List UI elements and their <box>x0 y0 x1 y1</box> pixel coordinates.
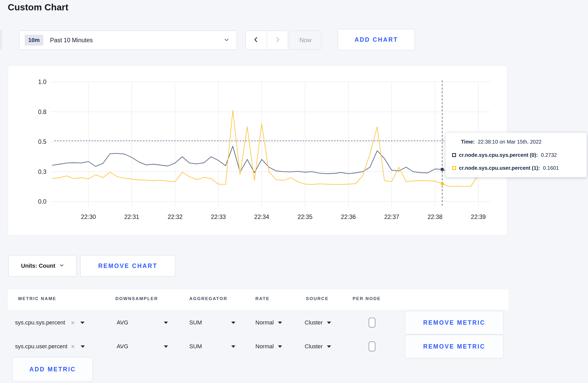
time-range-label: Past 10 Minutes <box>50 37 93 44</box>
dropdown-arrow-icon <box>278 322 282 324</box>
rate-select[interactable]: Normal <box>255 335 282 358</box>
dropdown-arrow-icon <box>278 345 282 348</box>
source-select[interactable]: Cluster <box>305 311 331 334</box>
chevron-down-icon <box>224 37 229 44</box>
hover-point <box>441 182 444 185</box>
metric-row: sys.cpu.sys.percent × AVG SUM Normal Clu… <box>8 311 508 334</box>
clear-metric-icon[interactable]: × <box>71 319 75 326</box>
dropdown-arrow-icon[interactable] <box>164 311 168 334</box>
col-downsampler: DOWNSAMPLER <box>115 296 158 301</box>
time-back-button[interactable] <box>246 31 267 49</box>
col-per-node: PER NODE <box>353 296 381 301</box>
add-chart-button[interactable]: ADD CHART <box>338 29 415 50</box>
units-dropdown[interactable]: Units: Count <box>9 255 76 276</box>
col-source: SOURCE <box>306 296 329 301</box>
tooltip-series-value: 0.2732 <box>541 152 557 158</box>
time-shift-buttons <box>246 31 288 50</box>
x-tick-label: 22:38 <box>428 214 443 220</box>
aggregator-select[interactable]: SUM <box>189 311 202 334</box>
metric-row: sys.cpu.user.percent × AVG SUM Normal Cl… <box>8 335 508 358</box>
rate-select[interactable]: Normal <box>255 311 282 334</box>
chevron-left-icon <box>253 36 259 44</box>
metrics-table-header: METRIC NAME DOWNSAMPLER AGGREGATOR RATE … <box>8 289 508 310</box>
units-label: Units: Count <box>21 263 55 269</box>
tooltip-time-label: Time: <box>461 139 475 145</box>
now-button[interactable]: Now <box>290 31 321 50</box>
x-tick-label: 22:32 <box>167 214 183 220</box>
clear-metric-icon[interactable]: × <box>71 343 75 350</box>
series-swatch-user-icon <box>452 166 456 170</box>
col-metric-name: METRIC NAME <box>18 296 56 301</box>
y-tick-label: 0.5 <box>38 138 46 145</box>
tooltip-series-label: cr.node.sys.cpu.user.percent (1): <box>459 165 540 171</box>
downsampler-select[interactable]: AVG <box>117 311 128 334</box>
x-tick-label: 22:37 <box>384 214 399 220</box>
x-tick-label: 22:36 <box>341 214 356 220</box>
y-tick-label: 0.0 <box>38 198 46 205</box>
chevron-right-icon <box>274 36 281 44</box>
metric-name-select[interactable]: sys.cpu.user.percent × <box>15 335 85 358</box>
per-node-checkbox[interactable] <box>369 311 375 334</box>
y-tick-label: 0.8 <box>38 109 46 115</box>
y-tick-label: 1.0 <box>38 79 46 85</box>
x-tick-label: 22:30 <box>81 214 96 220</box>
chart-card: 0.00.30.50.81.022:3022:3122:3222:3322:34… <box>8 65 507 235</box>
custom-chart[interactable]: 0.00.30.50.81.022:3022:3122:3222:3322:34… <box>8 66 507 236</box>
source-select[interactable]: Cluster <box>305 335 331 358</box>
aggregator-select[interactable]: SUM <box>189 335 202 358</box>
downsampler-select[interactable]: AVG <box>117 335 128 358</box>
col-aggregator: AGGREGATOR <box>189 296 227 301</box>
chevron-down-icon <box>59 263 64 269</box>
tooltip-series-label: cr.node.sys.cpu.sys.percent (0): <box>459 152 538 158</box>
x-tick-label: 22:35 <box>298 214 313 220</box>
dropdown-arrow-icon <box>327 322 331 324</box>
x-tick-label: 22:39 <box>471 214 486 220</box>
hover-point <box>441 168 444 171</box>
dropdown-arrow-icon <box>80 322 85 324</box>
per-node-checkbox[interactable] <box>369 335 375 358</box>
remove-metric-button[interactable]: REMOVE METRIC <box>405 335 503 358</box>
dropdown-arrow-icon[interactable] <box>231 311 235 334</box>
x-tick-label: 22:34 <box>254 214 269 220</box>
y-tick-label: 0.3 <box>38 168 46 175</box>
time-forward-button[interactable] <box>267 31 288 49</box>
chart-hover-tooltip: Time: 22:38:10 on Mar 15th, 2022 cr.node… <box>445 133 587 177</box>
remove-chart-button[interactable]: REMOVE CHART <box>80 255 175 276</box>
dropdown-arrow-icon[interactable] <box>231 335 235 358</box>
remove-metric-button[interactable]: REMOVE METRIC <box>405 311 503 334</box>
dropdown-arrow-icon <box>327 345 331 348</box>
col-rate: RATE <box>255 296 270 301</box>
dropdown-arrow-icon[interactable] <box>164 335 168 358</box>
series-swatch-sys-icon <box>452 153 456 157</box>
metric-name-select[interactable]: sys.cpu.sys.percent × <box>15 311 85 334</box>
series-line <box>52 110 486 187</box>
add-metric-button[interactable]: ADD METRIC <box>12 357 93 381</box>
x-tick-label: 22:33 <box>211 214 226 220</box>
tooltip-series-value: 0.1601 <box>543 165 559 171</box>
tooltip-time-value: 22:38:10 on Mar 15th, 2022 <box>478 139 542 145</box>
dropdown-arrow-icon <box>81 345 85 348</box>
time-range-badge: 10m <box>25 35 43 46</box>
page-title: Custom Chart <box>8 2 68 12</box>
x-tick-label: 22:31 <box>124 214 139 220</box>
left-edge-divider <box>1 30 1 49</box>
time-range-dropdown[interactable]: 10m Past 10 Minutes <box>19 31 237 50</box>
